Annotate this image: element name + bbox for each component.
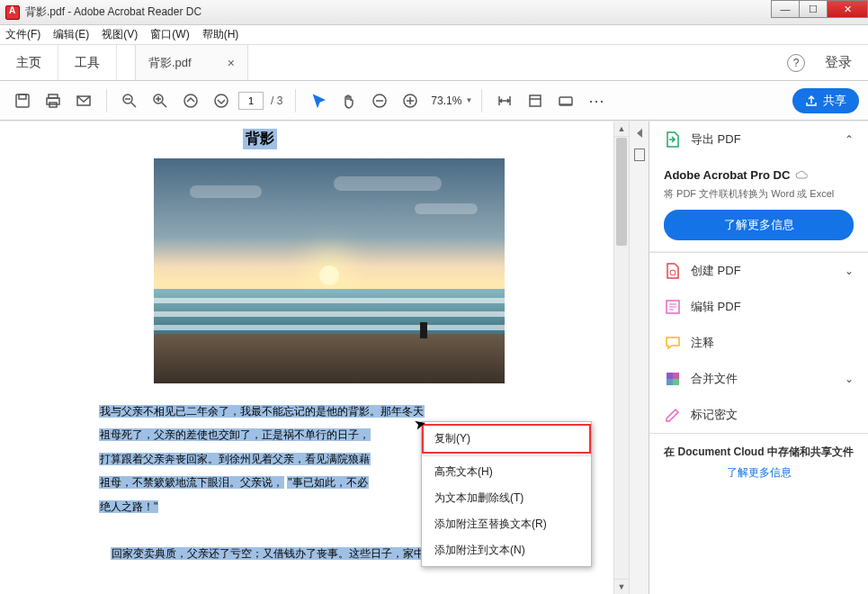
scroll-down-icon[interactable]: ▼: [614, 579, 629, 594]
zoom-in-icon[interactable]: [397, 87, 424, 114]
selection-arrow-icon[interactable]: [305, 87, 332, 114]
tab-home[interactable]: 主页: [0, 45, 58, 80]
zoom-out-magnify-icon[interactable]: [116, 87, 143, 114]
zoom-out-icon[interactable]: [366, 87, 393, 114]
svg-rect-20: [530, 95, 541, 106]
collapse-panel-icon[interactable]: [637, 129, 642, 138]
window-title: 背影.pdf - Adobe Acrobat Reader DC: [25, 4, 201, 20]
fit-width-icon[interactable]: [491, 87, 518, 114]
zoom-level-dropdown[interactable]: 73.1%▼: [431, 94, 472, 107]
context-menu: 复制(Y) 高亮文本(H) 为文本加删除线(T) 添加附注至替换文本(R) 添加…: [421, 421, 592, 567]
help-icon[interactable]: ?: [787, 54, 805, 72]
menu-edit[interactable]: 编辑(E): [53, 27, 89, 42]
text-line-4b: "事已如此，不必: [287, 476, 368, 489]
minimize-button[interactable]: —: [771, 0, 800, 18]
pro-title: Adobe Acrobat Pro DC: [664, 168, 854, 182]
panel-item-edit-label: 编辑 PDF: [691, 299, 741, 315]
tab-bar: 主页 工具 背影.pdf × ? 登录: [0, 45, 868, 81]
svg-rect-32: [673, 379, 679, 385]
page-up-icon[interactable]: [177, 87, 204, 114]
text-line-1: 我与父亲不相见已二年余了，我最不能忘记的是他的背影。那年冬天: [99, 405, 425, 418]
text-line-4a: 祖母，不禁簌簌地流下眼泪。父亲说，: [99, 476, 284, 489]
menu-bar: 文件(F) 编辑(E) 视图(V) 窗口(W) 帮助(H): [0, 25, 868, 45]
print-icon[interactable]: [40, 87, 67, 114]
panel-toggle-strip: [629, 122, 649, 594]
chevron-down-icon: ⌄: [845, 265, 854, 277]
more-tools-icon[interactable]: ⋯: [583, 91, 612, 111]
text-line-6: 回家变卖典质，父亲还了亏空；又借钱办了丧事。这些日子，家中光: [111, 547, 436, 560]
tools-panel: 导出 PDF ⌃ Adobe Acrobat Pro DC 将 PDF 文件联机…: [649, 122, 868, 594]
svg-rect-1: [19, 94, 26, 99]
menu-help[interactable]: 帮助(H): [202, 27, 239, 42]
context-item-add-note[interactable]: 添加附注到文本(N): [422, 537, 591, 563]
context-item-highlight[interactable]: 高亮文本(H): [422, 459, 591, 485]
panel-item-create[interactable]: 创建 PDF ⌄: [649, 253, 868, 289]
text-line-2: 祖母死了，父亲的差使也交卸了，正是祸不单行的日子，: [99, 428, 371, 441]
panel-item-merge[interactable]: 合并文件 ⌄: [649, 361, 868, 397]
edit-pdf-icon: [664, 298, 682, 316]
login-link[interactable]: 登录: [825, 54, 852, 71]
zoom-in-magnify-icon[interactable]: [147, 87, 174, 114]
create-pdf-icon: [664, 262, 682, 280]
email-icon[interactable]: [70, 87, 97, 114]
cloud-icon: [795, 169, 808, 182]
svg-rect-31: [667, 379, 673, 385]
close-button[interactable]: ✕: [827, 0, 868, 18]
app-icon: [5, 5, 20, 20]
menu-window[interactable]: 窗口(W): [150, 27, 189, 42]
svg-rect-29: [667, 373, 673, 379]
page-total-label: / 3: [271, 94, 282, 107]
read-mode-icon[interactable]: [552, 87, 579, 114]
page-number-input[interactable]: [238, 92, 264, 110]
vertical-scrollbar[interactable]: ▲ ▼: [613, 122, 629, 594]
cloud-promo-link[interactable]: 了解更多信息: [658, 465, 859, 481]
svg-rect-0: [16, 94, 29, 107]
chevron-down-icon: ▼: [465, 96, 472, 104]
cloud-promo-title: 在 Document Cloud 中存储和共享文件: [658, 445, 859, 460]
zoom-level-label: 73.1%: [431, 94, 461, 107]
panel-item-annotate[interactable]: 注释: [649, 325, 868, 361]
scroll-up-icon[interactable]: ▲: [614, 122, 629, 137]
panel-item-redact[interactable]: 标记密文: [649, 397, 868, 433]
panel-item-merge-label: 合并文件: [691, 371, 738, 387]
window-titlebar: 背影.pdf - Adobe Acrobat Reader DC — ☐ ✕: [0, 0, 868, 25]
panel-item-export[interactable]: 导出 PDF ⌃: [649, 122, 868, 158]
svg-rect-30: [673, 373, 679, 379]
panel-item-export-label: 导出 PDF: [691, 131, 741, 148]
chevron-up-icon: ⌃: [845, 133, 854, 146]
svg-line-7: [131, 103, 136, 107]
context-item-copy[interactable]: 复制(Y): [422, 424, 591, 454]
svg-line-10: [162, 103, 166, 107]
maximize-button[interactable]: ☐: [799, 0, 828, 18]
context-item-strikethrough[interactable]: 为文本加删除线(T): [422, 485, 591, 511]
page-down-icon[interactable]: [208, 87, 235, 114]
chevron-down-icon: ⌄: [845, 373, 854, 385]
pro-description: 将 PDF 文件联机转换为 Word 或 Excel: [664, 187, 854, 201]
tab-document[interactable]: 背影.pdf ×: [135, 45, 248, 80]
window-controls: — ☐ ✕: [772, 0, 868, 18]
hand-tool-icon[interactable]: [336, 87, 362, 114]
context-item-replace-note[interactable]: 添加附注至替换文本(R): [422, 511, 591, 537]
fit-page-icon[interactable]: [522, 87, 549, 114]
tab-close-icon[interactable]: ×: [228, 56, 235, 70]
share-label: 共享: [823, 93, 846, 109]
page-thumbnails-icon[interactable]: [634, 148, 645, 161]
menu-file[interactable]: 文件(F): [5, 27, 40, 42]
panel-cloud-promo: 在 Document Cloud 中存储和共享文件 了解更多信息: [649, 433, 868, 491]
panel-item-edit[interactable]: 编辑 PDF: [649, 289, 868, 325]
panel-item-annotate-label: 注释: [691, 335, 714, 351]
svg-point-13: [184, 94, 197, 107]
menu-view[interactable]: 视图(V): [102, 27, 138, 42]
learn-more-button[interactable]: 了解更多信息: [664, 210, 854, 240]
export-icon: [664, 130, 682, 148]
svg-rect-3: [47, 98, 59, 104]
share-button[interactable]: 共享: [792, 88, 859, 113]
redact-icon: [664, 406, 682, 424]
toolbar: / 3 73.1%▼ ⋯ 共享: [0, 81, 868, 121]
text-line-3: 打算跟着父亲奔丧回家。到徐州见着父亲，看见满院狼藉: [99, 453, 371, 465]
scroll-thumb[interactable]: [616, 138, 627, 246]
svg-point-14: [215, 94, 228, 107]
comment-icon: [664, 334, 682, 352]
save-icon[interactable]: [9, 87, 36, 114]
tab-tools[interactable]: 工具: [58, 45, 117, 80]
